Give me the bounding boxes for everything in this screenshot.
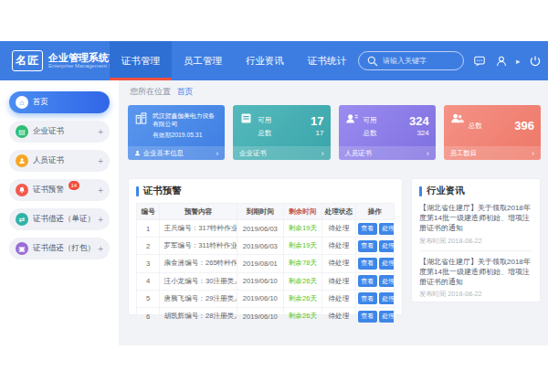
cell-expire: 2019/06/10 xyxy=(237,290,283,307)
view-button[interactable]: 查看 xyxy=(358,275,377,287)
total-label: 总数 xyxy=(258,129,271,138)
search-input[interactable] xyxy=(383,57,458,65)
sidebar-item-label: 首页 xyxy=(33,97,48,108)
staff-count-footer-link[interactable]: 员工数目 › xyxy=(444,146,541,160)
handle-button[interactable]: 处理 xyxy=(379,223,395,235)
total-label: 总数 xyxy=(364,129,377,138)
sidebar-item-cert-lending-package[interactable]: ▣ 证书借还（打包） + xyxy=(9,238,110,260)
available-label: 可用 xyxy=(364,116,377,125)
handle-button[interactable]: 处理 xyxy=(379,258,395,270)
total-label: 总数 xyxy=(469,122,482,131)
view-button[interactable]: 查看 xyxy=(358,240,377,252)
view-button[interactable]: 查看 xyxy=(358,223,377,235)
cell-expire: 2019/06/10 xyxy=(237,272,283,290)
sidebar-item-home[interactable]: ⌂ 首页 xyxy=(9,91,110,113)
cell-content: 王兵编号：317特种作业... xyxy=(160,220,237,238)
company-info-footer-link[interactable]: 企业基本信息 › xyxy=(128,146,225,160)
alarm-bell-icon xyxy=(16,184,28,196)
sidebar-item-personnel-cert[interactable]: 人员证书 + xyxy=(9,150,110,172)
expand-plus-icon[interactable]: + xyxy=(98,244,103,254)
sidebar-item-enterprise-cert[interactable]: ▤ 企业证书 + xyxy=(9,121,110,143)
footer-label: 企业证书 xyxy=(239,149,266,158)
footer-label: 企业基本信息 xyxy=(143,149,184,158)
tab-employee-management[interactable]: 员工管理 xyxy=(172,41,234,80)
package-icon: ▣ xyxy=(16,242,28,255)
stat-row: 可用 17 xyxy=(258,114,323,128)
col-remain: 剩余时间 xyxy=(283,204,321,220)
cell-content: 胡凯辉编号：28注册类人... xyxy=(160,307,237,324)
message-icon[interactable] xyxy=(472,54,486,68)
power-icon[interactable] xyxy=(529,54,543,68)
sidebar-item-cert-warning[interactable]: 证书预警 14 + xyxy=(9,179,110,201)
breadcrumb-home-link[interactable]: 首页 xyxy=(177,87,194,96)
handle-button[interactable]: 处理 xyxy=(379,240,395,252)
cell-status: 待处理 xyxy=(322,220,356,238)
certificate-icon xyxy=(239,111,253,125)
person-icon xyxy=(16,154,28,167)
table-row: 1 王兵编号：317特种作业... 2019/06/03 剩余19天 待处理 查… xyxy=(137,220,395,238)
brand[interactable]: 名匠 企业管理系统V2.0 Enterprise Management Syst… xyxy=(0,41,110,80)
cell-actions: 查看处理 xyxy=(355,238,394,255)
certificate-icon: ▤ xyxy=(16,125,28,138)
expand-plus-icon[interactable]: + xyxy=(98,127,103,137)
section-accent-bar xyxy=(419,186,422,196)
tab-industry-news[interactable]: 行业资讯 xyxy=(234,41,296,80)
company-valid-date: 有效期2019.05.31 xyxy=(153,131,218,140)
chevron-right-icon: › xyxy=(216,149,218,158)
handle-button[interactable]: 处理 xyxy=(379,292,395,304)
cell-remain: 剩余19天 xyxy=(283,220,321,238)
cell-content: 康金洲编号：265特种作... xyxy=(160,255,237,272)
view-button[interactable]: 查看 xyxy=(358,311,377,323)
stat-row: 总数 396 xyxy=(469,119,534,132)
news-item[interactable]: 【湖北省住建厅】关于领取2018年度第14批一级建造师初始、增项注册证书的通知 … xyxy=(419,251,532,304)
news-item[interactable]: 【湖北省住建厅】关于领取2018年度第14批一级建造师初始、增项注册证书的通知 … xyxy=(419,197,532,251)
section-header: 行业资讯 xyxy=(419,185,532,197)
news-item-time: 发布时间 2018-08-22 xyxy=(419,237,532,246)
search-icon xyxy=(366,54,379,68)
available-value: 324 xyxy=(409,114,429,128)
enterprise-cert-footer-link[interactable]: 企业证书 › xyxy=(233,146,330,160)
section-header: 证书预警 xyxy=(136,185,395,197)
cell-expire: 2019/06/03 xyxy=(237,238,283,255)
user-icon[interactable] xyxy=(494,54,508,68)
cell-content: 汪小龙编号：30注册类人... xyxy=(160,272,237,290)
home-icon: ⌂ xyxy=(16,96,28,109)
cell-content: 唐腾飞编号：29注册类人... xyxy=(160,290,237,307)
cell-actions: 查看处理 xyxy=(355,272,394,290)
handle-button[interactable]: 处理 xyxy=(379,311,395,323)
handle-button[interactable]: 处理 xyxy=(379,275,395,287)
expand-plus-icon[interactable]: + xyxy=(98,215,103,225)
table-row: 3 康金洲编号：265特种作... 2019/08/01 剩余78天 待处理 查… xyxy=(137,255,395,272)
view-button[interactable]: 查看 xyxy=(358,258,377,270)
tab-certificate-management[interactable]: 证书管理 xyxy=(110,41,172,80)
view-button[interactable]: 查看 xyxy=(358,292,377,304)
news-item-title: 【湖北省住建厅】关于领取2018年度第14批一级建造师初始、增项注册证书的通知 xyxy=(419,257,532,288)
company-name: 武汉贺鑫伽美电力设备有限公司 xyxy=(153,111,218,128)
cell-status: 待处理 xyxy=(322,307,356,324)
cell-remain: 剩余26天 xyxy=(283,290,321,307)
footer-label: 员工数目 xyxy=(450,149,477,158)
expand-plus-icon[interactable]: + xyxy=(98,185,103,196)
tab-certificate-statistics[interactable]: 证书统计 xyxy=(296,41,358,80)
expand-plus-icon[interactable]: + xyxy=(98,156,103,166)
page: 名匠 企业管理系统V2.0 Enterprise Management Syst… xyxy=(0,0,548,392)
news-item-title: 【湖北省住建厅】关于领取2018年度第14批一级建造师初始、增项注册证书的通知 xyxy=(419,203,532,234)
industry-news-panel: 行业资讯 【湖北省住建厅】关于领取2018年度第14批一级建造师初始、增项注册证… xyxy=(411,178,541,302)
sidebar-item-cert-lending-single[interactable]: ⇄ 证书借还（单证） + xyxy=(9,208,110,230)
enterprise-cert-card: 可用 17 总数 17 企业证书 › xyxy=(233,105,330,160)
staff-count-body: 总数 396 xyxy=(444,105,541,146)
section-title: 证书预警 xyxy=(143,185,182,197)
cell-actions: 查看处理 xyxy=(355,255,394,272)
cell-status: 待处理 xyxy=(322,290,356,307)
cell-remain: 剩余26天 xyxy=(283,272,321,290)
sidebar-item-label: 人员证书 xyxy=(33,155,64,166)
personnel-cert-footer-link[interactable]: 人员证书 › xyxy=(339,146,436,160)
cell-content: 罗军编号：311特种作业... xyxy=(160,238,237,255)
cell-expire: 2019/06/10 xyxy=(237,307,283,324)
enterprise-cert-body: 可用 17 总数 17 xyxy=(233,105,330,146)
search-box[interactable] xyxy=(358,51,464,70)
col-expire: 到期时间 xyxy=(237,204,283,220)
cell-expire: 2019/08/01 xyxy=(237,255,283,272)
stat-row: 总数 17 xyxy=(258,129,323,138)
user-dropdown-arrow-icon[interactable]: ▸ xyxy=(516,57,521,66)
